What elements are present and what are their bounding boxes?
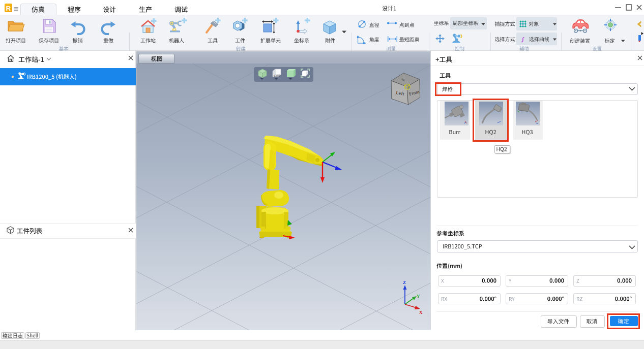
svg-text:Solid: Solid	[274, 74, 280, 77]
svg-text:R: R	[6, 5, 11, 12]
svg-text:Z: Z	[403, 280, 406, 285]
svg-text:X: X	[419, 310, 423, 315]
svg-text:Y: Y	[417, 294, 420, 299]
